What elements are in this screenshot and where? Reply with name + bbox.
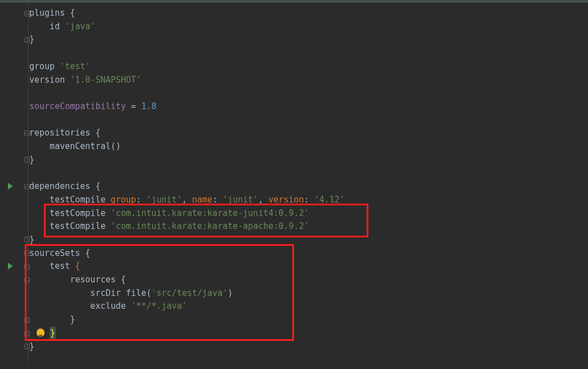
fold-toggle-icon[interactable] — [24, 263, 30, 270]
code-line[interactable]: dependencies { — [29, 180, 100, 194]
token: 'java' — [65, 21, 95, 32]
fold-end-icon[interactable] — [24, 317, 30, 323]
code-line[interactable]: group 'test' — [29, 60, 90, 74]
token: testCompile — [29, 208, 111, 218]
token: : — [212, 195, 222, 205]
token: '1.0-SNAPSHOT' — [70, 75, 141, 85]
token: 1.8 — [141, 101, 157, 111]
token: group — [29, 61, 60, 71]
code-line[interactable]: testCompile group: 'junit', name: 'junit… — [29, 194, 345, 207]
code-editor[interactable]: plugins { id 'java' } group 'test' versi… — [0, 0, 588, 369]
token: group — [111, 195, 136, 205]
code-line[interactable]: } — [29, 313, 75, 327]
token: 'com.intuit.karate:karate-junit4:0.9.2' — [111, 208, 309, 218]
code-line[interactable]: plugins { — [29, 7, 75, 20]
token: exclude — [29, 301, 131, 311]
fold-toggle-icon[interactable] — [24, 277, 30, 284]
token: : — [304, 195, 314, 205]
fold-end-icon[interactable] — [24, 156, 30, 163]
editor-top-strip — [0, 0, 588, 3]
token: { — [85, 248, 90, 258]
token: 'test' — [60, 61, 90, 71]
code-line[interactable]: id 'java' — [29, 20, 95, 34]
token: { — [95, 128, 100, 138]
code-line[interactable]: sourceCompatibility = 1.8 — [29, 100, 157, 114]
token: sourceSets — [29, 248, 85, 258]
fold-end-icon[interactable] — [24, 343, 30, 350]
token: { — [75, 261, 80, 271]
token: version — [29, 75, 70, 85]
token: , — [182, 195, 192, 205]
token: { — [121, 274, 126, 285]
token: { — [70, 8, 75, 18]
token: , — [258, 195, 268, 205]
fold-toggle-icon[interactable] — [24, 183, 30, 190]
token: plugins — [29, 8, 70, 18]
token: { — [95, 181, 100, 191]
token: sourceCompatibility — [29, 101, 126, 111]
token: test — [29, 261, 75, 271]
token: = — [126, 101, 141, 111]
code-line[interactable]: mavenCentral() — [29, 140, 121, 154]
token: srcDir file( — [29, 288, 152, 298]
fold-end-icon[interactable] — [24, 330, 30, 337]
token: : — [136, 195, 146, 205]
token: repositories — [29, 128, 95, 138]
token: 'junit' — [222, 195, 258, 205]
indent-guide — [28, 3, 29, 363]
code-line[interactable]: exclude '**/*.java' — [29, 300, 187, 313]
code-line[interactable]: repositories { — [29, 127, 100, 140]
token: 'src/test/java' — [152, 288, 228, 298]
token: mavenCentral() — [29, 141, 121, 151]
fold-end-icon[interactable] — [24, 37, 30, 43]
fold-toggle-icon[interactable] — [24, 130, 30, 137]
token: resources — [29, 274, 121, 285]
fold-toggle-icon[interactable] — [24, 10, 30, 17]
run-gutter-icon[interactable] — [8, 263, 13, 269]
token: 'junit' — [146, 195, 182, 205]
fold-end-icon[interactable] — [24, 236, 30, 243]
run-gutter-icon[interactable] — [8, 183, 13, 190]
code-line[interactable]: testCompile 'com.intuit.karate:karate-ju… — [29, 207, 309, 220]
code-line[interactable]: srcDir file('src/test/java') — [29, 287, 233, 300]
token: testCompile — [29, 195, 111, 205]
code-line[interactable]: sourceSets { — [29, 247, 90, 260]
token: dependencies — [29, 181, 95, 191]
code-line[interactable]: testCompile 'com.intuit.karate:karate-ap… — [29, 220, 309, 233]
token: ) — [228, 288, 233, 298]
token: name — [192, 195, 212, 205]
code-line[interactable]: version '1.0-SNAPSHOT' — [29, 74, 141, 87]
intention-bulb-icon[interactable] — [37, 328, 44, 336]
token: 'com.intuit.karate:karate-apache:0.9.2' — [111, 221, 309, 231]
token: } — [29, 314, 75, 325]
matched-brace: } — [50, 327, 56, 340]
token: id — [29, 21, 65, 32]
code-line[interactable]: test { — [29, 260, 80, 273]
code-line[interactable]: resources { — [29, 273, 126, 287]
token: '4.12' — [314, 195, 345, 205]
token: '**/*.java' — [131, 301, 187, 311]
fold-toggle-icon[interactable] — [24, 250, 30, 256]
token: version — [268, 195, 304, 205]
token: testCompile — [29, 221, 111, 231]
